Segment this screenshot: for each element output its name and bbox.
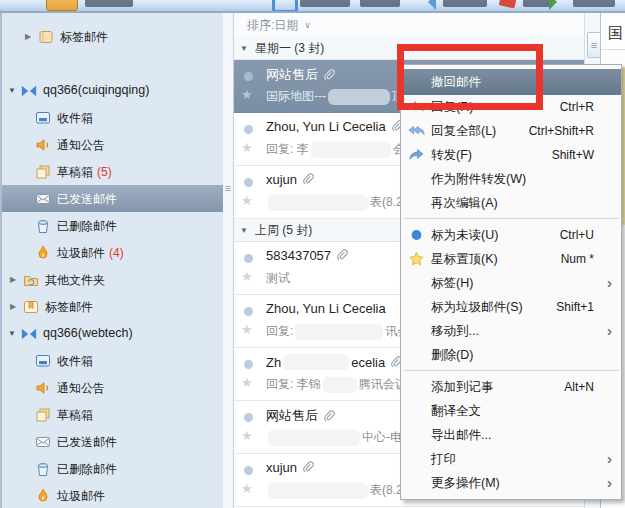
star-icon[interactable]: ★ bbox=[241, 323, 253, 336]
fetch-mail-icon[interactable] bbox=[272, 0, 298, 13]
sidebar-item-草稿箱[interactable]: 草稿箱(5) bbox=[2, 158, 225, 185]
other-folder-icon bbox=[23, 272, 39, 288]
account-icon bbox=[21, 83, 37, 99]
star-icon[interactable]: ★ bbox=[241, 88, 253, 101]
unread-dot-icon[interactable] bbox=[244, 125, 253, 134]
menu-separator bbox=[403, 218, 619, 219]
sidebar-item-qq366(webtech)[interactable]: ▼qq366(webtech) bbox=[2, 320, 225, 347]
menu-item-label: 回复全部(L) bbox=[431, 123, 496, 140]
toolbar-label-fragment bbox=[573, 0, 615, 7]
menu-item-label: 作为附件转发(W) bbox=[431, 171, 526, 188]
star-icon[interactable]: ★ bbox=[241, 376, 253, 389]
star-icon[interactable]: ★ bbox=[241, 194, 253, 207]
sidebar-item-label: 收件箱 bbox=[57, 353, 93, 370]
sidebar-item-通知公告[interactable]: 通知公告 bbox=[2, 374, 225, 401]
splitter-grip-icon[interactable]: ≡ bbox=[223, 183, 233, 194]
mail-sender: Zh bbox=[266, 355, 281, 370]
menu-item-shortcut: Ctrl+U bbox=[560, 228, 594, 242]
menu-item-打印[interactable]: 打印› bbox=[401, 447, 621, 471]
menu-item-标签(H)[interactable]: 标签(H)› bbox=[401, 271, 621, 295]
unread-dot-icon[interactable] bbox=[244, 466, 253, 475]
menu-item-作为附件转发(W)[interactable]: 作为附件转发(W) bbox=[401, 167, 621, 191]
menu-item-星标置顶(K)[interactable]: 星标置顶(K)Num * bbox=[401, 247, 621, 271]
unread-dot-icon[interactable] bbox=[244, 360, 253, 369]
menu-item-导出邮件...[interactable]: 导出邮件... bbox=[401, 423, 621, 447]
unread-dot-icon[interactable] bbox=[244, 178, 253, 187]
sidebar-item-label: 垃圾邮件 bbox=[57, 488, 105, 505]
sidebar-item-qq366(cuiqingqing)[interactable]: ▼qq366(cuiqingqing) bbox=[2, 77, 225, 104]
sidebar-item-label: 收件箱 bbox=[57, 110, 93, 127]
chevron-right-icon[interactable]: ▶ bbox=[25, 32, 31, 41]
sidebar-item-label: 草稿箱(5) bbox=[57, 164, 112, 181]
spam-icon bbox=[35, 245, 51, 261]
menu-item-删除(D)[interactable]: 删除(D) bbox=[401, 343, 621, 367]
toolbar-label-fragment bbox=[443, 0, 487, 7]
sort-bar[interactable]: 排序:日期 ∨ bbox=[234, 13, 585, 37]
unread-dot-icon[interactable] bbox=[244, 413, 253, 422]
menu-item-标为未读(U)[interactable]: 标为未读(U)Ctrl+U bbox=[401, 223, 621, 247]
menu-item-再次编辑(A)[interactable]: 再次编辑(A) bbox=[401, 191, 621, 215]
sidebar-item-收件箱[interactable]: 收件箱 bbox=[2, 347, 225, 374]
delete-toolbar-icon[interactable] bbox=[499, 0, 518, 9]
splitter-handle[interactable]: ≡ bbox=[587, 32, 601, 58]
sidebar-item-已删除邮件[interactable]: 已删除邮件 bbox=[2, 455, 225, 482]
menu-item-label: 标为未读(U) bbox=[431, 227, 498, 244]
star-icon[interactable]: ★ bbox=[241, 429, 253, 442]
menu-item-更多操作(M)[interactable]: 更多操作(M)› bbox=[401, 471, 621, 495]
unread-dot-icon[interactable] bbox=[244, 72, 253, 81]
red-annotation-box bbox=[397, 44, 543, 110]
attachment-clip-icon bbox=[302, 173, 314, 186]
mail-sender: ecelia bbox=[351, 355, 385, 370]
toolbar-label-fragment bbox=[360, 0, 400, 7]
sent-icon bbox=[35, 434, 51, 450]
attachment-clip-icon bbox=[323, 69, 335, 82]
redacted-region bbox=[295, 324, 383, 340]
compose-icon[interactable] bbox=[46, 0, 78, 11]
menu-item-label: 打印 bbox=[431, 451, 456, 468]
menu-item-label: 再次编辑(A) bbox=[431, 195, 498, 212]
sidebar-item-label: 已发送邮件 bbox=[57, 191, 117, 208]
sidebar-item-其他文件夹[interactable]: ▶其他文件夹 bbox=[2, 266, 225, 293]
menu-item-label: 导出邮件... bbox=[431, 427, 491, 444]
redacted-region bbox=[268, 195, 368, 211]
unread-dot-icon[interactable] bbox=[244, 254, 253, 263]
menu-item-回复全部(L)[interactable]: 回复全部(L)Ctrl+Shift+R bbox=[401, 119, 621, 143]
collapse-triangle-icon[interactable]: ▼ bbox=[240, 44, 248, 53]
label-box-icon bbox=[23, 299, 39, 315]
sidebar-item-label: qq366(webtech) bbox=[43, 326, 133, 340]
sidebar-item-已发送邮件[interactable]: 已发送邮件 bbox=[2, 428, 225, 455]
chevron-down-icon[interactable]: ▼ bbox=[8, 86, 16, 95]
attachment-clip-icon bbox=[302, 461, 314, 474]
menu-item-添加到记事[interactable]: 添加到记事Alt+N bbox=[401, 375, 621, 399]
forward-toolbar-icon[interactable] bbox=[549, 0, 565, 10]
sidebar-item-垃圾邮件[interactable]: 垃圾邮件(4) bbox=[2, 239, 225, 266]
sidebar-item-已发送邮件[interactable]: 已发送邮件 bbox=[2, 185, 225, 212]
collapse-triangle-icon[interactable]: ▼ bbox=[240, 226, 248, 235]
chevron-right-icon[interactable]: ▶ bbox=[10, 275, 16, 284]
unread-dot-icon bbox=[408, 227, 425, 244]
sidebar-item-收件箱[interactable]: 收件箱 bbox=[2, 104, 225, 131]
star-icon[interactable]: ★ bbox=[241, 482, 253, 495]
sidebar-item-标签邮件[interactable]: ▶标签邮件 bbox=[2, 293, 225, 320]
account-icon bbox=[21, 326, 37, 342]
sidebar-item-草稿箱[interactable]: 草稿箱 bbox=[2, 401, 225, 428]
star-icon[interactable]: ★ bbox=[241, 141, 253, 154]
sidebar-item-标签邮件[interactable]: ▶标签邮件 bbox=[2, 23, 225, 50]
sidebar-item-已删除邮件[interactable]: 已删除邮件 bbox=[2, 212, 225, 239]
drafts-icon bbox=[35, 407, 51, 423]
reply-toolbar-icon[interactable] bbox=[420, 0, 436, 10]
sidebar-item-通知公告[interactable]: 通知公告 bbox=[2, 131, 225, 158]
menu-item-标为垃圾邮件(S)[interactable]: 标为垃圾邮件(S)Shift+1 bbox=[401, 295, 621, 319]
menu-item-label: 更多操作(M) bbox=[431, 475, 500, 492]
sidebar-item-垃圾邮件[interactable]: 垃圾邮件 bbox=[2, 482, 225, 508]
chevron-right-icon[interactable]: ▶ bbox=[10, 302, 16, 311]
unread-dot-icon[interactable] bbox=[244, 307, 253, 316]
menu-item-移动到...[interactable]: 移动到...› bbox=[401, 319, 621, 343]
chevron-down-icon[interactable]: ▼ bbox=[8, 329, 16, 338]
mail-context-menu: 撤回邮件回复(R)Ctrl+R回复全部(L)Ctrl+Shift+R转发(F)S… bbox=[400, 64, 622, 500]
trash-icon bbox=[35, 461, 51, 477]
mail-sender: xujun bbox=[266, 172, 297, 187]
star-icon[interactable]: ★ bbox=[241, 270, 253, 283]
menu-item-转发(F)[interactable]: 转发(F)Shift+W bbox=[401, 143, 621, 167]
menu-item-翻译全文[interactable]: 翻译全文 bbox=[401, 399, 621, 423]
